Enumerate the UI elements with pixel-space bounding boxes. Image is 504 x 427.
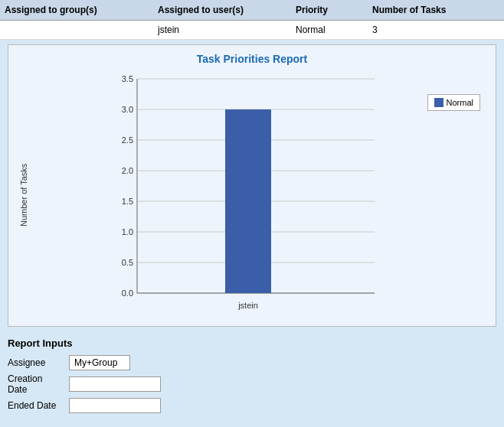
chart-area: Number of Tasks — [16, 71, 488, 318]
assignee-value: My+Group — [69, 355, 130, 370]
legend-color-box — [434, 98, 443, 107]
cell-priority: Normal — [291, 23, 368, 37]
field-row-ended-date: Ended Date — [8, 398, 496, 413]
svg-text:2.5: 2.5 — [122, 135, 133, 145]
chart-container: Task Priorities Report Number of Tasks — [8, 44, 496, 327]
svg-text:3.5: 3.5 — [122, 74, 133, 83]
table-row: jstein Normal 3 — [0, 21, 504, 40]
creation-date-input[interactable] — [69, 376, 161, 392]
cell-group — [0, 23, 153, 37]
col-header-group: Assigned to group(s) — [0, 3, 153, 17]
svg-text:1.0: 1.0 — [122, 227, 133, 236]
svg-text:0.0: 0.0 — [122, 288, 133, 298]
chart-legend: Normal — [427, 94, 480, 111]
field-row-assignee: Assignee My+Group — [8, 355, 496, 370]
report-inputs-section: Report Inputs Assignee My+Group Creation… — [0, 331, 504, 422]
ended-date-label: Ended Date — [8, 400, 69, 411]
col-header-user: Assigned to user(s) — [153, 3, 291, 17]
svg-text:2.0: 2.0 — [122, 166, 133, 175]
assignee-label: Assignee — [8, 357, 69, 368]
ended-date-input[interactable] — [69, 398, 161, 413]
col-header-tasks: Number of Tasks — [368, 3, 504, 17]
field-row-creation-date: CreationDate — [8, 373, 496, 395]
legend-label: Normal — [447, 98, 473, 107]
cell-user: jstein — [153, 23, 291, 37]
creation-date-label: CreationDate — [8, 373, 69, 395]
chart-svg: 3.5 3.0 2.5 2.0 1.5 1.0 0.5 0.0 jstein — [31, 71, 488, 316]
chart-title: Task Priorities Report — [16, 53, 488, 65]
svg-text:3.0: 3.0 — [122, 105, 133, 114]
bar-jstein — [225, 109, 271, 293]
col-header-priority: Priority — [291, 3, 368, 17]
svg-text:0.5: 0.5 — [122, 258, 133, 267]
svg-text:jstein: jstein — [237, 301, 258, 310]
y-axis-label: Number of Tasks — [16, 71, 31, 318]
svg-text:1.5: 1.5 — [122, 197, 133, 206]
cell-tasks: 3 — [368, 23, 504, 37]
table-header: Assigned to group(s) Assigned to user(s)… — [0, 0, 504, 21]
report-inputs-title: Report Inputs — [8, 337, 496, 349]
chart-inner: 3.5 3.0 2.5 2.0 1.5 1.0 0.5 0.0 jstein N… — [31, 71, 488, 318]
